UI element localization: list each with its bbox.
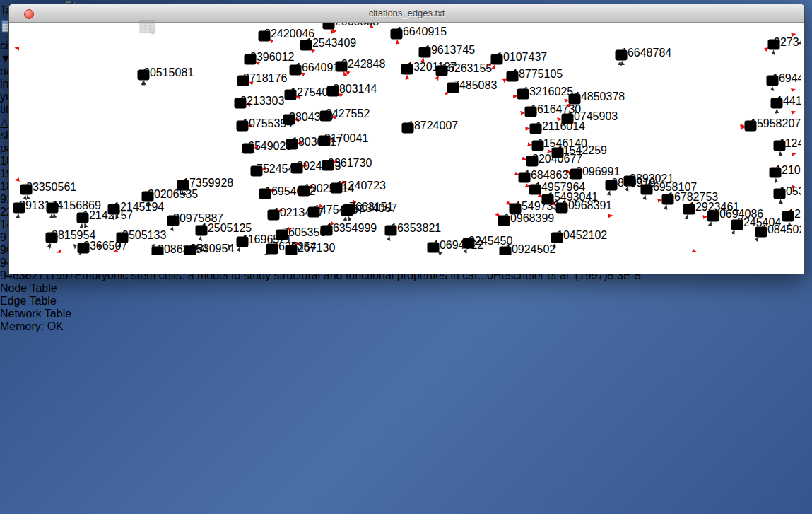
graph-node[interactable]: 16944031 [767, 72, 802, 86]
svg-text:15958207: 15958207 [751, 117, 801, 129]
svg-text:16944031: 16944031 [772, 72, 801, 84]
graph-node[interactable]: 20515081 [138, 66, 194, 81]
graph-node[interactable]: 16263155 [436, 62, 493, 76]
network-canvas[interactable]: 1872400718756085224200469396012271817622… [9, 4, 804, 257]
svg-text:6549025: 6549025 [248, 140, 292, 152]
graph-node[interactable]: 9170041 [319, 132, 369, 146]
svg-text:18775105: 18775105 [512, 68, 563, 80]
graph-node[interactable]: 10968399 [498, 212, 555, 226]
graph-node[interactable]: 12543409 [300, 37, 357, 51]
tab-network-table[interactable]: Network Table [0, 308, 78, 320]
graph-node[interactable]: 7485083 [447, 79, 498, 93]
graph-edge [607, 187, 628, 255]
graph-edge [408, 128, 510, 205]
svg-text:2718176: 2718176 [243, 72, 287, 84]
svg-text:9273410: 9273410 [774, 36, 801, 48]
window-titlebar[interactable]: citations_edges.txt [9, 4, 804, 23]
graph-node[interactable]: 14411958 [771, 95, 802, 109]
graph-node[interactable]: 15134057 [341, 202, 398, 216]
network-view-window[interactable]: citations_edges.txt 18724007187560852242… [8, 4, 805, 274]
svg-text:2803144: 2803144 [333, 83, 377, 95]
svg-text:15497334: 15497334 [515, 200, 565, 212]
graph-node[interactable]: 14850378 [569, 90, 625, 105]
graph-node[interactable]: 10452102 [551, 229, 608, 243]
svg-text:12103504: 12103504 [775, 164, 801, 176]
svg-text:10924502: 10924502 [505, 243, 555, 255]
graph-node[interactable]: 2803144 [327, 83, 377, 97]
graph-node[interactable]: 9273410 [768, 36, 802, 50]
graph-node[interactable]: 16640915 [391, 25, 447, 40]
graph-edge [723, 230, 734, 255]
svg-text:10452102: 10452102 [557, 229, 607, 241]
svg-text:9361730: 9361730 [328, 157, 372, 169]
svg-text:14850378: 14850378 [575, 90, 625, 103]
graph-node[interactable]: 9396012 [245, 51, 295, 65]
graph-node[interactable]: 10745903 [562, 110, 618, 124]
graph-node[interactable]: 9530954 [184, 243, 235, 255]
graph-edge [64, 19, 76, 255]
svg-text:10530302: 10530302 [779, 185, 801, 197]
graph-node[interactable]: 10924502 [500, 243, 556, 255]
svg-text:16640915: 16640915 [396, 25, 447, 37]
table-type-segmented-control: Node Table Edge Table Network Table [0, 282, 812, 320]
graph-node[interactable]: 11245233 [774, 137, 802, 151]
graph-node[interactable]: 11542259 [552, 144, 608, 158]
svg-text:10745903: 10745903 [567, 110, 618, 122]
graph-node[interactable]: 20206535 [142, 188, 199, 202]
svg-text:9170041: 9170041 [324, 132, 368, 144]
svg-text:20206535: 20206535 [148, 188, 198, 200]
svg-text:9242848: 9242848 [341, 58, 385, 70]
graph-node[interactable]: 6549025 [242, 140, 293, 154]
svg-text:10845022: 10845022 [761, 223, 801, 235]
table-tabs-row: Node Table Edge Table Network Table [0, 282, 812, 320]
graph-node[interactable]: 12342210 [782, 208, 802, 222]
graph-node[interactable]: 2213303 [235, 95, 285, 109]
svg-text:16263155: 16263155 [442, 62, 492, 74]
graph-edge [237, 247, 240, 255]
graph-node[interactable]: 19613745 [419, 44, 476, 58]
graph-node[interactable]: 17359928 [177, 177, 234, 191]
graph-node[interactable]: 16648784 [616, 47, 672, 61]
graph-node[interactable]: 18724007 [402, 119, 459, 134]
network-canvas-svg: 1872400718756085224200469396012271817622… [9, 4, 801, 255]
graph-node[interactable]: 15958207 [745, 117, 801, 132]
svg-text:16354999: 16354999 [326, 222, 377, 234]
graph-node[interactable]: 8427552 [320, 107, 370, 122]
svg-text:8096991: 8096991 [576, 165, 620, 177]
graph-edge [408, 128, 542, 197]
graph-node[interactable]: 7625354 [266, 240, 317, 255]
svg-text:16648784: 16648784 [621, 47, 671, 59]
graph-node[interactable]: 2718176 [237, 72, 288, 86]
graph-node[interactable]: 13216025 [517, 86, 574, 100]
graph-node[interactable]: 10845022 [755, 223, 802, 238]
svg-text:7485083: 7485083 [453, 79, 497, 91]
svg-text:19613745: 19613745 [425, 44, 475, 56]
graph-node[interactable]: 10530302 [774, 185, 802, 199]
graph-node[interactable]: 18775105 [507, 68, 563, 82]
graph-node[interactable]: 16353821 [385, 222, 442, 236]
svg-text:13216025: 13216025 [523, 86, 573, 98]
graph-node[interactable]: 9366507 [78, 240, 128, 254]
graph-edge [408, 128, 526, 160]
graph-edge [13, 214, 18, 255]
graph-node[interactable]: 9361730 [322, 157, 372, 171]
graph-node[interactable]: 9242848 [336, 58, 386, 72]
graph-edge [622, 62, 649, 255]
graph-node[interactable]: 10107437 [491, 51, 548, 65]
graph-node[interactable]: 16354999 [321, 222, 377, 236]
svg-text:8427552: 8427552 [326, 107, 370, 119]
graph-edge [579, 16, 583, 89]
graph-node[interactable]: 12103504 [770, 164, 802, 178]
graph-edge [748, 238, 758, 255]
graph-node[interactable]: 11240723 [331, 180, 387, 194]
memory-status-label: Memory: OK [0, 320, 64, 332]
graph-edge [385, 237, 389, 255]
tab-node-table[interactable]: Node Table [0, 282, 90, 295]
graph-edge [20, 18, 30, 255]
graph-node[interactable]: 12145194 [108, 201, 165, 215]
graph-node[interactable]: 23350561 [20, 181, 77, 195]
tab-edge-table[interactable]: Edge Table [0, 295, 62, 308]
sort-ascending-icon: △ [0, 117, 8, 129]
svg-text:9505133: 9505133 [122, 229, 166, 241]
graph-edge [408, 128, 795, 187]
